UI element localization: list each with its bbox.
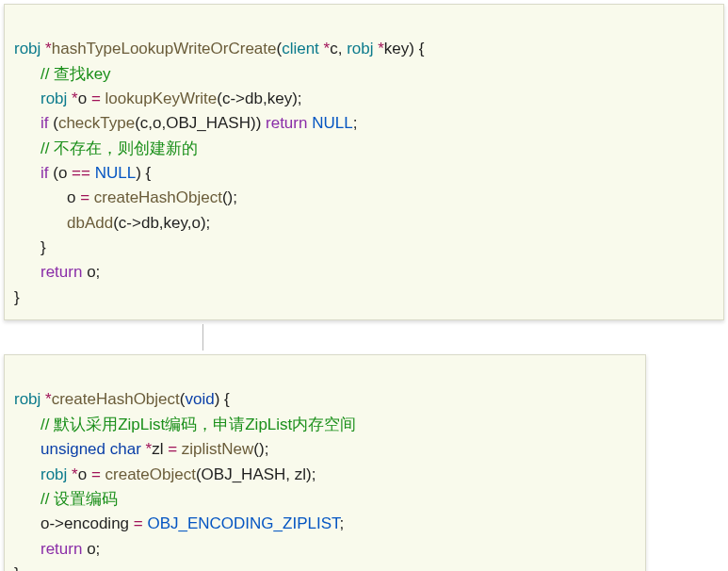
op-token: *: [40, 40, 51, 57]
comment: // 查找key: [40, 65, 111, 83]
line: o->encoding = OBJ_ENCODING_ZIPLIST;: [14, 514, 344, 532]
line: return o;: [14, 263, 100, 281]
type-token: robj: [14, 40, 40, 57]
code-block-1: robj *hashTypeLookupWriteOrCreate(client…: [4, 4, 724, 320]
line: // 设置编码: [14, 490, 118, 508]
line: }: [14, 238, 46, 256]
code-block-2: robj *createHashObject(void) { // 默认采用Zi…: [4, 354, 646, 571]
comment: // 设置编码: [40, 490, 118, 508]
separator: [0, 324, 728, 351]
line: }: [14, 288, 20, 306]
comment: // 不存在，则创建新的: [40, 139, 198, 157]
line: o = createHashObject();: [14, 188, 237, 206]
line: dbAdd(c->db,key,o);: [14, 214, 210, 232]
line: robj *o = createObject(OBJ_HASH, zl);: [14, 465, 315, 483]
line: // 默认采用ZipList编码，申请ZipList内存空间: [14, 416, 356, 433]
line: if (checkType(c,o,OBJ_HASH)) return NULL…: [14, 114, 357, 132]
comment: // 默认采用ZipList编码，申请ZipList内存空间: [40, 416, 356, 433]
line: }: [14, 564, 20, 571]
line: robj *hashTypeLookupWriteOrCreate(client…: [14, 40, 424, 57]
line: unsigned char *zl = ziplistNew();: [14, 440, 268, 458]
line: if (o == NULL) {: [14, 164, 151, 182]
line: robj *o = lookupKeyWrite(c->db,key);: [14, 90, 302, 107]
line: robj *createHashObject(void) {: [14, 390, 230, 408]
line: // 不存在，则创建新的: [14, 139, 198, 157]
line: // 查找key: [14, 65, 111, 83]
line: return o;: [14, 540, 100, 558]
func-token: hashTypeLookupWriteOrCreate: [52, 40, 277, 57]
